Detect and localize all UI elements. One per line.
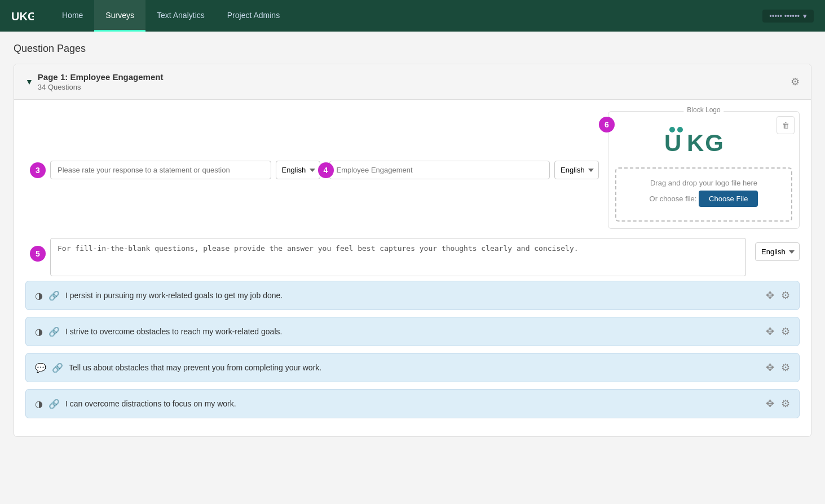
svg-text:UKG: UKG: [11, 10, 34, 23]
link-icon: 🔗: [48, 399, 60, 409]
question-settings-icon[interactable]: ⚙: [781, 289, 790, 302]
move-icon[interactable]: ✥: [766, 289, 774, 302]
badge-4: 4: [318, 162, 334, 178]
page-header-subtitle: 34 Questions: [38, 83, 164, 91]
badge-5: 5: [30, 246, 46, 262]
nav-text-analytics[interactable]: Text Analytics: [145, 0, 216, 32]
table-row: ◑ 🔗 I persist in pursuing my work-relate…: [25, 281, 800, 310]
page-container: Question Pages ▼ Page 1: Employee Engage…: [0, 32, 825, 457]
trash-icon: 🗑: [782, 121, 789, 130]
svg-text:KG: KG: [687, 130, 725, 156]
fields-outer: 3 English 4 English: [25, 111, 800, 276]
link-icon: 🔗: [48, 326, 60, 337]
question-settings-icon[interactable]: ⚙: [781, 397, 790, 410]
bottom-row: 5 For fill-in-the-blank questions, pleas…: [50, 238, 800, 276]
top-row: 3 English 4 English: [50, 111, 800, 229]
move-icon[interactable]: ✥: [766, 361, 774, 374]
field-5-textarea[interactable]: For fill-in-the-blank questions, please …: [50, 238, 746, 276]
half-circle-icon: ◑: [35, 290, 43, 301]
table-row: 💬 🔗 Tell us about obstacles that may pre…: [25, 353, 800, 382]
page-header-title: Page 1: Employee Engagement: [38, 72, 164, 82]
field-3-language[interactable]: English: [276, 161, 320, 179]
nav-project-admins[interactable]: Project Admins: [216, 0, 291, 32]
chat-icon: 💬: [35, 362, 46, 373]
page-content: 3 English 4 English: [14, 100, 811, 436]
table-row: ◑ 🔗 I can overcome distractions to focus…: [25, 389, 800, 418]
page-header: ▼ Page 1: Employee Engagement 34 Questio…: [14, 64, 811, 100]
field-3-input[interactable]: [50, 161, 271, 179]
page-settings-icon[interactable]: ⚙: [791, 76, 800, 88]
move-icon[interactable]: ✥: [766, 325, 774, 338]
choose-file-button[interactable]: Choose File: [699, 191, 758, 207]
question-settings-icon[interactable]: ⚙: [781, 325, 790, 338]
table-row: ◑ 🔗 I strive to overcome obstacles to re…: [25, 317, 800, 346]
navbar: UKG Home Surveys Text Analytics Project …: [0, 0, 825, 32]
svg-text:U: U: [664, 130, 682, 156]
logo-block-label: Block Logo: [683, 106, 723, 114]
or-choose-label: Or choose file:: [650, 194, 697, 203]
svg-point-3: [677, 127, 683, 132]
logo-block: Block Logo 🗑 U: [608, 111, 800, 229]
ukg-logo-svg: U KG: [659, 124, 749, 158]
page-header-left: ▼ Page 1: Employee Engagement 34 Questio…: [25, 72, 163, 91]
question-text: I strive to overcome obstacles to reach …: [65, 327, 282, 336]
link-icon: 🔗: [52, 362, 63, 373]
delete-logo-button[interactable]: 🗑: [777, 116, 795, 134]
question-text: Tell us about obstacles that may prevent…: [69, 363, 321, 372]
nav-links: Home Surveys Text Analytics Project Admi…: [51, 0, 762, 32]
questions-list: ◑ 🔗 I persist in pursuing my work-relate…: [25, 281, 800, 418]
question-settings-icon[interactable]: ⚙: [781, 361, 790, 374]
nav-user[interactable]: ••••• •••••• ▾: [762, 10, 814, 23]
link-icon: 🔗: [48, 290, 60, 301]
page-card: ▼ Page 1: Employee Engagement 34 Questio…: [14, 64, 811, 437]
ukg-logo-display: U KG: [615, 118, 792, 163]
nav-home[interactable]: Home: [51, 0, 94, 32]
drag-drop-text: Drag and drop your logo file here: [627, 179, 781, 187]
question-text: I can overcome distractions to focus on …: [65, 399, 236, 408]
badge-6: 6: [599, 117, 615, 132]
field-4-language[interactable]: English: [554, 161, 599, 179]
field-3-group: English: [50, 111, 320, 229]
chevron-down-icon[interactable]: ▼: [25, 77, 33, 86]
page-title: Question Pages: [14, 43, 811, 55]
field-5-language[interactable]: English: [755, 242, 800, 261]
nav-logo: UKG: [11, 8, 34, 24]
field-4-input[interactable]: [329, 161, 550, 179]
drop-zone[interactable]: Drag and drop your logo file here Or cho…: [615, 167, 792, 222]
question-text: I persist in pursuing my work-related go…: [65, 291, 283, 300]
half-circle-icon: ◑: [35, 326, 43, 337]
chevron-down-icon: ▾: [803, 12, 807, 20]
nav-surveys[interactable]: Surveys: [94, 0, 145, 32]
half-circle-icon: ◑: [35, 399, 43, 409]
svg-point-2: [669, 127, 675, 132]
move-icon[interactable]: ✥: [766, 397, 774, 410]
badge-3: 3: [30, 162, 46, 178]
